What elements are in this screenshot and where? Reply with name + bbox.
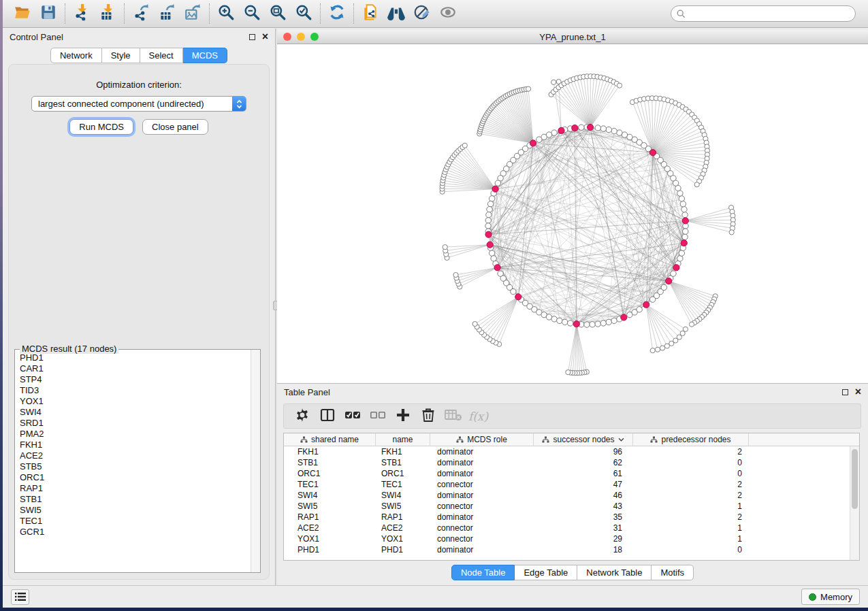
- table-settings-button[interactable]: [289, 406, 315, 427]
- tab-select[interactable]: Select: [140, 48, 183, 63]
- criterion-select[interactable]: largest connected component (undirected): [31, 96, 246, 112]
- column-header-successor-nodes[interactable]: successor nodes: [534, 433, 633, 446]
- table-panel-close-icon[interactable]: ×: [855, 386, 861, 397]
- mcds-hub-node[interactable]: [530, 140, 536, 146]
- control-panel-float-icon[interactable]: [249, 34, 255, 40]
- mcds-result-node[interactable]: CAR1: [20, 363, 251, 374]
- tab-edge-table[interactable]: Edge Table: [515, 565, 577, 580]
- tab-network-table[interactable]: Network Table: [577, 565, 652, 580]
- zoom-in-button[interactable]: [213, 3, 239, 24]
- export-image-button[interactable]: [180, 3, 206, 24]
- column-header-predecessor-nodes[interactable]: predecessor nodes: [633, 433, 749, 446]
- tab-style[interactable]: Style: [102, 48, 140, 63]
- show-graphics-details-button[interactable]: [435, 3, 461, 24]
- table-scrollbar[interactable]: [850, 446, 859, 560]
- mcds-hub-node[interactable]: [494, 265, 500, 271]
- network-window-titlebar[interactable]: YPA_prune.txt_1: [277, 30, 868, 44]
- network-graph[interactable]: [277, 44, 865, 383]
- mcds-hub-node[interactable]: [649, 150, 656, 156]
- table-row[interactable]: ORC1ORC1dominator610: [284, 468, 859, 479]
- hide-annotations-button[interactable]: [409, 3, 435, 24]
- refresh-view-button[interactable]: [324, 3, 350, 24]
- export-network-button[interactable]: [128, 3, 154, 24]
- run-mcds-button[interactable]: Run MCDS: [69, 119, 133, 135]
- cell-predecessor-nodes: 2: [633, 490, 749, 501]
- zoom-out-button[interactable]: [239, 3, 265, 24]
- function-builder-button[interactable]: f(x): [466, 406, 491, 427]
- mcds-result-node[interactable]: STB1: [20, 494, 251, 505]
- column-header-name[interactable]: name: [376, 433, 430, 446]
- tab-network[interactable]: Network: [50, 48, 102, 63]
- add-row-button[interactable]: [390, 406, 415, 427]
- binoculars-button[interactable]: [383, 3, 409, 24]
- mcds-hub-node[interactable]: [681, 240, 687, 246]
- toolbar-separator: [65, 3, 65, 24]
- mcds-result-node[interactable]: TID3: [20, 385, 251, 396]
- network-canvas[interactable]: [277, 44, 868, 383]
- table-row[interactable]: PHD1PHD1dominator180: [284, 544, 859, 555]
- mcds-hub-node[interactable]: [572, 125, 578, 131]
- mcds-result-node[interactable]: FKH1: [20, 440, 251, 450]
- column-header-shared-name[interactable]: shared name: [284, 433, 376, 446]
- mcds-result-node[interactable]: SWI5: [20, 505, 251, 516]
- table-row[interactable]: RAP1RAP1dominator352: [284, 512, 859, 523]
- tab-motifs[interactable]: Motifs: [652, 565, 694, 580]
- select-all-rows-button[interactable]: [340, 406, 365, 427]
- mcds-hub-node[interactable]: [643, 301, 649, 308]
- table-scrollbar-thumb[interactable]: [852, 449, 858, 509]
- close-panel-button[interactable]: Close panel: [142, 119, 208, 135]
- table-row[interactable]: SWI5SWI5connector431: [284, 501, 859, 512]
- tab-node-table[interactable]: Node Table: [451, 565, 515, 580]
- mcds-hub-node[interactable]: [573, 321, 579, 327]
- mcds-hub-node[interactable]: [515, 294, 521, 300]
- mcds-hub-node[interactable]: [487, 242, 493, 248]
- mcds-result-node[interactable]: SWI4: [20, 407, 251, 418]
- mcds-hub-node[interactable]: [485, 231, 492, 237]
- table-panel-float-icon[interactable]: [842, 389, 848, 395]
- share-document-button[interactable]: [357, 3, 383, 24]
- control-panel-close-icon[interactable]: ×: [262, 31, 268, 42]
- mcds-hub-node[interactable]: [682, 218, 688, 224]
- mcds-result-node[interactable]: TEC1: [20, 516, 251, 527]
- save-session-button[interactable]: [35, 3, 61, 24]
- memory-button[interactable]: Memory: [801, 589, 860, 605]
- task-history-button[interactable]: [11, 589, 29, 605]
- mcds-hub-node[interactable]: [666, 278, 672, 284]
- table-row[interactable]: SWI4SWI4dominator462: [284, 490, 859, 501]
- show-columns-button[interactable]: [315, 406, 340, 427]
- column-header-MCDS-role[interactable]: MCDS role: [430, 433, 534, 446]
- table-row[interactable]: STB1STB1dominator620: [284, 457, 859, 468]
- mcds-result-node[interactable]: PMA2: [20, 429, 251, 440]
- mcds-result-node[interactable]: PHD1: [20, 352, 251, 363]
- toolbar-search-input[interactable]: [689, 7, 850, 20]
- table-row[interactable]: YOX1YOX1connector291: [284, 533, 859, 544]
- delete-table-button[interactable]: [440, 406, 466, 427]
- mcds-hub-node[interactable]: [558, 127, 564, 133]
- mcds-result-scrollbar[interactable]: [251, 350, 260, 572]
- mcds-result-node[interactable]: YOX1: [20, 396, 251, 407]
- import-table-button[interactable]: [95, 3, 120, 24]
- table-row[interactable]: ACE2ACE2connector311: [284, 523, 859, 533]
- import-network-button[interactable]: [69, 3, 95, 24]
- mcds-hub-node[interactable]: [621, 314, 627, 320]
- open-file-button[interactable]: [10, 3, 35, 24]
- deselect-all-rows-button[interactable]: [365, 406, 390, 427]
- zoom-fit-button[interactable]: [265, 3, 291, 24]
- export-table-button[interactable]: [154, 3, 180, 24]
- mcds-result-node[interactable]: RAP1: [20, 483, 251, 494]
- mcds-hub-node[interactable]: [492, 186, 498, 192]
- mcds-result-node[interactable]: ACE2: [20, 450, 251, 461]
- mcds-result-node[interactable]: GCR1: [20, 527, 251, 538]
- delete-rows-button[interactable]: [415, 406, 440, 427]
- export-network-icon: [132, 3, 150, 24]
- table-row[interactable]: FKH1FKH1dominator962: [284, 446, 859, 457]
- mcds-result-node[interactable]: SRD1: [20, 418, 251, 429]
- tab-mcds[interactable]: MCDS: [183, 48, 227, 63]
- zoom-selected-button[interactable]: [291, 3, 317, 24]
- mcds-result-node[interactable]: STB5: [20, 461, 251, 472]
- mcds-result-node[interactable]: ORC1: [20, 472, 251, 483]
- mcds-hub-node[interactable]: [587, 124, 593, 130]
- table-row[interactable]: TEC1TEC1connector472: [284, 479, 859, 490]
- mcds-hub-node[interactable]: [673, 265, 679, 271]
- mcds-result-node[interactable]: STP4: [20, 374, 251, 385]
